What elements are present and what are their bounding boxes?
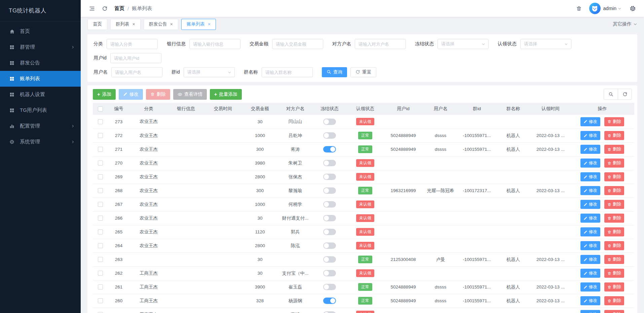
filter-bank-info-input[interactable] [189,39,240,49]
edit-button[interactable]: 修改 [119,89,143,100]
row-checkbox[interactable] [98,243,103,248]
frozen-toggle[interactable] [323,242,336,249]
row-delete-button[interactable]: 删除 [604,241,624,250]
row-delete-button[interactable]: 删除 [604,200,624,209]
close-icon[interactable]: × [170,22,173,27]
avatar[interactable] [589,3,601,14]
row-edit-button[interactable]: 修改 [580,296,600,305]
close-icon[interactable]: × [132,22,135,27]
frozen-toggle[interactable] [323,201,336,208]
row-delete-button[interactable]: 删除 [604,269,624,278]
select-all-checkbox[interactable] [98,106,103,111]
table-search-button[interactable] [604,89,618,99]
filter-payer-name-input[interactable] [355,39,406,49]
frozen-toggle[interactable] [323,298,336,304]
frozen-toggle[interactable] [323,187,336,194]
row-checkbox[interactable] [98,216,103,221]
row-delete-button[interactable]: 删除 [604,117,624,126]
filter-amount-input[interactable] [272,39,323,49]
frozen-toggle[interactable] [323,119,336,125]
filter-frozen-status-select[interactable]: 请选择 [438,39,489,49]
delete-button[interactable]: 删除 [146,89,170,100]
frozen-toggle[interactable] [323,284,336,290]
sidebar-item-config-manage[interactable]: 配置管理 [0,118,81,134]
row-delete-button[interactable]: 删除 [604,296,624,305]
frozen-toggle[interactable] [323,146,336,152]
filter-claim-status-select[interactable]: 请选择 [520,39,571,49]
row-delete-button[interactable]: 删除 [604,255,624,264]
row-edit-button[interactable]: 修改 [580,131,600,140]
row-checkbox[interactable] [98,284,103,289]
row-edit-button[interactable]: 修改 [580,200,600,209]
tab-home[interactable]: 首页 [87,19,107,30]
frozen-toggle[interactable] [323,174,336,180]
row-edit-button[interactable]: 修改 [580,227,600,236]
row-edit-button[interactable]: 修改 [580,269,600,278]
row-delete-button[interactable]: 删除 [604,131,624,140]
frozen-toggle[interactable] [323,311,336,313]
batch-add-button[interactable]: + 批量添加 [210,89,242,100]
sidebar-item-group-manage[interactable]: 群管理 [0,39,81,55]
tab-bill-list[interactable]: 账单列表 × [181,19,216,30]
row-edit-button[interactable]: 修改 [580,310,600,313]
trash-icon[interactable] [576,6,582,11]
row-delete-button[interactable]: 删除 [604,172,624,181]
other-actions-dropdown[interactable]: 其它操作 [613,21,637,27]
sidebar-item-robot-settings[interactable]: 机器人设置 [0,87,81,102]
row-checkbox[interactable] [98,119,103,124]
row-edit-button[interactable]: 修改 [580,145,600,154]
filter-user-name-input[interactable] [111,67,162,77]
row-delete-button[interactable]: 删除 [604,214,624,223]
row-checkbox[interactable] [98,147,103,152]
breadcrumb-root[interactable]: 首页 [114,5,124,12]
row-edit-button[interactable]: 修改 [580,255,600,264]
row-checkbox[interactable] [98,298,103,303]
frozen-toggle[interactable] [323,229,336,235]
tab-group-broadcast[interactable]: 群发公告 × [144,19,178,30]
row-checkbox[interactable] [98,202,103,207]
filter-group-name-input[interactable] [262,67,313,77]
row-edit-button[interactable]: 修改 [580,159,600,168]
sidebar-item-tg-user-list[interactable]: TG用户列表 [0,102,81,118]
row-checkbox[interactable] [98,271,103,276]
view-detail-button[interactable]: 查看详情 [173,89,207,100]
row-edit-button[interactable]: 修改 [580,214,600,223]
row-checkbox[interactable] [98,257,103,262]
row-delete-button[interactable]: 删除 [604,282,624,292]
row-checkbox[interactable] [98,188,103,193]
row-checkbox[interactable] [98,174,103,179]
filter-user-id-input[interactable] [110,53,161,63]
sidebar-item-bill-list[interactable]: 账单列表 [0,71,81,87]
sidebar-item-group-broadcast[interactable]: 群发公告 [0,55,81,71]
row-delete-button[interactable]: 删除 [604,159,624,168]
table-refresh-button[interactable] [618,89,632,99]
tab-group-list[interactable]: 群列表 × [110,19,141,30]
search-button[interactable]: 查询 [322,67,347,77]
frozen-toggle[interactable] [323,215,336,221]
row-edit-button[interactable]: 修改 [580,241,600,250]
row-checkbox[interactable] [98,133,103,138]
frozen-toggle[interactable] [323,160,336,166]
gear-icon[interactable] [630,5,636,12]
sidebar-item-system-manage[interactable]: 系统管理 [0,134,81,150]
frozen-toggle[interactable] [323,132,336,139]
row-checkbox[interactable] [98,229,103,234]
row-edit-button[interactable]: 修改 [580,186,600,195]
frozen-toggle[interactable] [323,256,336,263]
filter-group-id-select[interactable]: 请选择 [184,67,235,77]
menu-collapse-icon[interactable] [89,5,95,12]
row-delete-button[interactable]: 删除 [604,186,624,195]
row-checkbox[interactable] [98,161,103,166]
row-edit-button[interactable]: 修改 [580,282,600,292]
row-delete-button[interactable]: 删除 [604,145,624,154]
reset-button[interactable]: 重置 [350,67,376,77]
frozen-toggle[interactable] [323,270,336,276]
filter-category-input[interactable] [107,39,158,49]
row-edit-button[interactable]: 修改 [580,172,600,181]
row-edit-button[interactable]: 修改 [580,117,600,126]
close-icon[interactable]: × [208,22,211,27]
row-delete-button[interactable]: 删除 [604,310,624,313]
refresh-icon[interactable] [102,6,108,11]
sidebar-item-home[interactable]: 首页 [0,24,81,39]
user-menu[interactable]: admin [603,6,622,11]
